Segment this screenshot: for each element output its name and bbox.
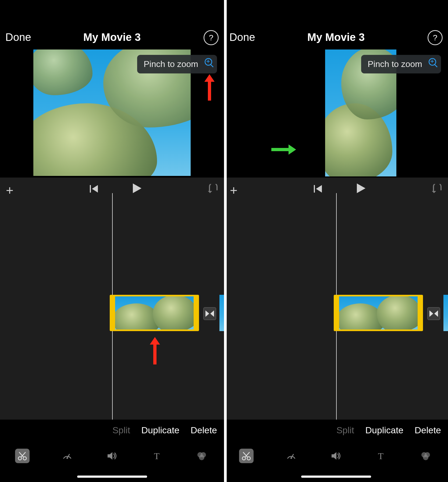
annotation-arrow bbox=[208, 80, 211, 101]
split-button[interactable]: Split bbox=[336, 425, 354, 435]
annotation-arrow bbox=[271, 148, 290, 151]
delete-button[interactable]: Delete bbox=[191, 425, 217, 435]
svg-marker-29 bbox=[332, 452, 336, 460]
help-button[interactable]: ? bbox=[428, 30, 443, 45]
undo-button[interactable] bbox=[207, 184, 218, 194]
pane-divider bbox=[224, 0, 227, 482]
timeline[interactable] bbox=[224, 199, 448, 420]
svg-marker-22 bbox=[434, 310, 438, 317]
annotation-arrow bbox=[153, 343, 157, 364]
clip-thumbnails bbox=[115, 296, 194, 329]
svg-marker-12 bbox=[108, 452, 112, 460]
speed-icon[interactable] bbox=[60, 449, 74, 463]
delete-button[interactable]: Delete bbox=[415, 425, 441, 435]
scissors-icon[interactable] bbox=[239, 449, 254, 463]
scissors-icon[interactable] bbox=[15, 449, 30, 463]
preview-viewport[interactable]: Pinch to zoom bbox=[0, 49, 224, 178]
transition-button[interactable] bbox=[203, 307, 216, 320]
tool-tabs: T bbox=[0, 441, 224, 471]
preview-viewport[interactable]: Pinch to zoom bbox=[224, 49, 448, 178]
clip-actions: Split Duplicate Delete bbox=[328, 425, 441, 435]
right-pane: Done My Movie 3 ? Pinch to zoom + bbox=[224, 0, 448, 482]
svg-marker-1 bbox=[92, 185, 98, 193]
svg-point-11 bbox=[66, 457, 68, 459]
header: Done My Movie 3 ? bbox=[224, 0, 448, 56]
thumb-bg bbox=[219, 295, 224, 331]
svg-marker-3 bbox=[208, 191, 212, 193]
text-icon[interactable]: T bbox=[150, 449, 164, 463]
svg-rect-0 bbox=[90, 185, 91, 193]
next-clip-peek[interactable] bbox=[443, 295, 448, 331]
svg-marker-21 bbox=[429, 310, 433, 317]
help-button[interactable]: ? bbox=[204, 30, 219, 45]
project-title: My Movie 3 bbox=[0, 31, 224, 43]
zoom-in-icon[interactable] bbox=[428, 58, 438, 67]
svg-marker-18 bbox=[316, 185, 322, 193]
svg-text:T: T bbox=[154, 451, 160, 461]
svg-marker-20 bbox=[432, 191, 436, 193]
svg-marker-4 bbox=[205, 310, 209, 317]
selected-clip[interactable] bbox=[110, 295, 199, 331]
volume-icon[interactable] bbox=[105, 449, 119, 463]
svg-point-33 bbox=[423, 455, 428, 460]
transport-bar: + bbox=[0, 178, 224, 199]
home-indicator[interactable] bbox=[301, 476, 371, 478]
svg-text:T: T bbox=[378, 451, 384, 461]
play-button[interactable] bbox=[357, 183, 366, 194]
tool-tabs: T bbox=[224, 441, 448, 471]
play-button[interactable] bbox=[133, 183, 142, 194]
duplicate-button[interactable]: Duplicate bbox=[141, 425, 180, 435]
project-title: My Movie 3 bbox=[224, 31, 448, 43]
svg-marker-2 bbox=[133, 183, 141, 193]
svg-point-16 bbox=[199, 455, 204, 460]
header: Done My Movie 3 ? bbox=[0, 0, 224, 56]
timeline[interactable] bbox=[0, 199, 224, 420]
left-pane: Done My Movie 3 ? Pinch to zoom + bbox=[0, 0, 224, 482]
skip-to-start-button[interactable] bbox=[90, 185, 98, 194]
foliage bbox=[153, 296, 194, 329]
split-button[interactable]: Split bbox=[112, 425, 130, 435]
zoom-in-icon[interactable] bbox=[204, 58, 214, 67]
clip-actions: Split Duplicate Delete bbox=[104, 425, 217, 435]
svg-point-28 bbox=[290, 457, 292, 459]
svg-rect-17 bbox=[314, 185, 315, 193]
home-indicator[interactable] bbox=[77, 476, 147, 478]
speed-icon[interactable] bbox=[284, 449, 298, 463]
volume-icon[interactable] bbox=[329, 449, 343, 463]
filter-icon[interactable] bbox=[418, 449, 433, 463]
selected-clip[interactable] bbox=[334, 295, 423, 331]
foliage bbox=[377, 296, 418, 329]
thumb-bg bbox=[443, 295, 448, 331]
next-clip-peek[interactable] bbox=[219, 295, 224, 331]
svg-marker-5 bbox=[210, 310, 214, 317]
svg-marker-19 bbox=[357, 183, 365, 193]
clip-thumbnails bbox=[339, 296, 418, 329]
add-media-button[interactable]: + bbox=[6, 183, 13, 198]
transition-button[interactable] bbox=[427, 307, 440, 320]
transport-bar: + bbox=[224, 178, 448, 199]
add-media-button[interactable]: + bbox=[230, 183, 237, 198]
skip-to-start-button[interactable] bbox=[314, 185, 322, 194]
duplicate-button[interactable]: Duplicate bbox=[365, 425, 404, 435]
undo-button[interactable] bbox=[431, 184, 442, 194]
filter-icon[interactable] bbox=[194, 449, 209, 463]
text-icon[interactable]: T bbox=[374, 449, 388, 463]
